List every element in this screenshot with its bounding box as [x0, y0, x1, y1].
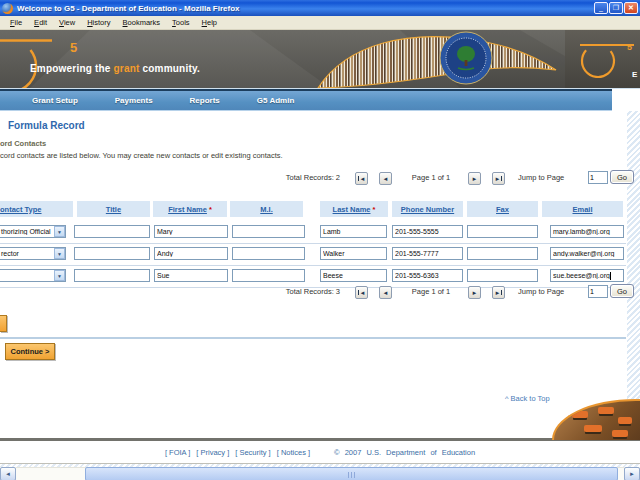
next-page-button[interactable]: ► — [468, 286, 481, 299]
continue-button[interactable]: Continue > — [5, 343, 55, 360]
nav-item-g5-admin[interactable]: G5 Admin — [257, 96, 294, 105]
nav-item-payments[interactable]: Payments — [115, 96, 153, 105]
go-button[interactable]: Go — [610, 170, 634, 184]
fax-input[interactable] — [467, 225, 538, 238]
menu-item-view[interactable]: View — [53, 18, 81, 27]
mi-input[interactable] — [232, 247, 305, 260]
prev-page-button[interactable]: ◄ — [379, 286, 392, 299]
next-page-icon: ► — [472, 290, 478, 296]
phone-input[interactable] — [392, 225, 463, 238]
menu-item-history[interactable]: History — [81, 18, 116, 27]
first-name-input[interactable] — [154, 247, 228, 260]
contact-type-value: rector — [0, 250, 54, 257]
first-page-button[interactable]: ◄ — [355, 172, 368, 185]
footer-link-security[interactable]: [ Security ] — [235, 448, 270, 457]
menubar: File Edit View History Bookmarks Tools H… — [0, 16, 640, 30]
minimize-button[interactable]: _ — [594, 2, 608, 14]
mi-input[interactable] — [232, 269, 305, 282]
nav-item-grant-setup[interactable]: Grant Setup — [32, 96, 78, 105]
window-title: Welcome to G5 - Department of Education … — [13, 4, 594, 13]
navbar: Grant Setup Payments Reports G5 Admin — [0, 89, 612, 111]
footer-link-foia[interactable]: [ FOIA ] — [165, 448, 190, 457]
jump-to-page-input[interactable] — [588, 171, 608, 184]
dropdown-arrow-icon[interactable]: ▼ — [54, 248, 65, 259]
pagination-bottom: Total Records: 3 ◄ ◄ Page 1 of 1 ► ► Jum… — [0, 283, 640, 303]
nav-item-reports[interactable]: Reports — [190, 96, 220, 105]
col-header-mi[interactable]: M.I. — [230, 201, 303, 217]
go-button[interactable]: Go — [610, 284, 634, 298]
menu-item-file[interactable]: File — [4, 18, 28, 27]
banner: 5 5 E Empowering the grant community. — [0, 30, 640, 89]
tagline-prefix: Empowering the — [30, 63, 114, 74]
next-page-icon: ► — [472, 176, 478, 182]
last-name-input[interactable] — [320, 247, 387, 260]
back-to-top-link[interactable]: ^ Back to Top — [505, 394, 550, 403]
jump-to-page-input[interactable] — [588, 285, 608, 298]
title-input[interactable] — [74, 269, 150, 282]
contact-type-select[interactable]: ▼ — [0, 269, 66, 282]
footer-link-notices[interactable]: [ Notices ] — [277, 448, 310, 457]
menu-item-tools[interactable]: Tools — [166, 18, 196, 27]
firefox-icon — [2, 3, 13, 14]
footer-link-privacy[interactable]: [ Privacy ] — [196, 448, 229, 457]
email-input[interactable]: sue.beese@nj.org — [550, 269, 624, 282]
last-page-button[interactable]: ► — [492, 172, 505, 185]
dropdown-arrow-icon[interactable]: ▼ — [54, 226, 65, 237]
first-page-icon: ◄ — [360, 290, 366, 296]
page-heading: Formula Record — [8, 120, 85, 131]
scroll-right-button[interactable]: ► — [624, 467, 640, 480]
last-name-input[interactable] — [320, 269, 387, 282]
fax-header-label: Fax — [496, 205, 509, 214]
prev-page-button[interactable]: ◄ — [379, 172, 392, 185]
close-button[interactable]: ✕ — [624, 2, 638, 14]
right-stripe-decoration — [627, 111, 640, 438]
dropdown-arrow-icon[interactable]: ▼ — [54, 270, 65, 281]
title-input[interactable] — [74, 247, 150, 260]
total-records-label: Total Records: 3 — [255, 287, 340, 296]
restore-button[interactable]: ❐ — [609, 2, 623, 14]
email-input[interactable] — [550, 247, 624, 260]
col-header-email[interactable]: Email — [542, 201, 623, 217]
classroom-photo — [552, 399, 640, 440]
first-name-input[interactable] — [154, 269, 228, 282]
contact-type-select[interactable]: thorizing Official ▼ — [0, 225, 66, 238]
last-name-input[interactable] — [320, 225, 387, 238]
next-page-button[interactable]: ► — [468, 172, 481, 185]
col-header-last-name[interactable]: Last Name* — [320, 201, 388, 217]
tagline-highlight: grant — [114, 63, 140, 74]
last-name-header-label: Last Name — [333, 205, 371, 214]
col-header-contact-type[interactable]: ontact Type — [0, 201, 73, 217]
col-header-fax[interactable]: Fax — [467, 201, 538, 217]
table-row: rector ▼ — [0, 243, 626, 266]
jump-to-page-label: Jump to Page — [518, 287, 564, 296]
contact-type-select[interactable]: rector ▼ — [0, 247, 66, 260]
last-page-icon: ► — [495, 176, 501, 182]
mi-input[interactable] — [232, 225, 305, 238]
menu-item-bookmarks[interactable]: Bookmarks — [117, 18, 167, 27]
col-header-title[interactable]: Title — [77, 201, 150, 217]
col-header-first-name[interactable]: First Name* — [153, 201, 227, 217]
last-page-button[interactable]: ► — [492, 286, 505, 299]
footer: [ FOIA ] [ Privacy ] [ Security ] [ Noti… — [0, 441, 640, 463]
first-name-input[interactable] — [154, 225, 228, 238]
menu-item-help[interactable]: Help — [196, 18, 223, 27]
col-header-phone[interactable]: Phone Number — [392, 201, 463, 217]
contact-type-value: thorizing Official — [0, 228, 54, 235]
horizontal-divider — [0, 337, 626, 339]
scroll-left-button[interactable]: ◄ — [0, 467, 16, 480]
menu-item-edit[interactable]: Edit — [28, 18, 53, 27]
first-page-button[interactable]: ◄ — [355, 286, 368, 299]
fax-input[interactable] — [467, 247, 538, 260]
text-caret — [610, 272, 611, 280]
scrollbar-thumb[interactable] — [85, 467, 618, 480]
fax-input[interactable] — [467, 269, 538, 282]
horizontal-scrollbar[interactable]: ◄ ► — [0, 467, 640, 480]
contact-type-header-label: ontact Type — [0, 205, 42, 214]
truncated-button[interactable] — [0, 315, 7, 332]
email-input[interactable] — [550, 225, 624, 238]
mi-header-label: M.I. — [260, 205, 273, 214]
last-page-icon: ► — [495, 290, 501, 296]
phone-input[interactable] — [392, 247, 463, 260]
title-input[interactable] — [74, 225, 150, 238]
phone-input[interactable] — [392, 269, 463, 282]
